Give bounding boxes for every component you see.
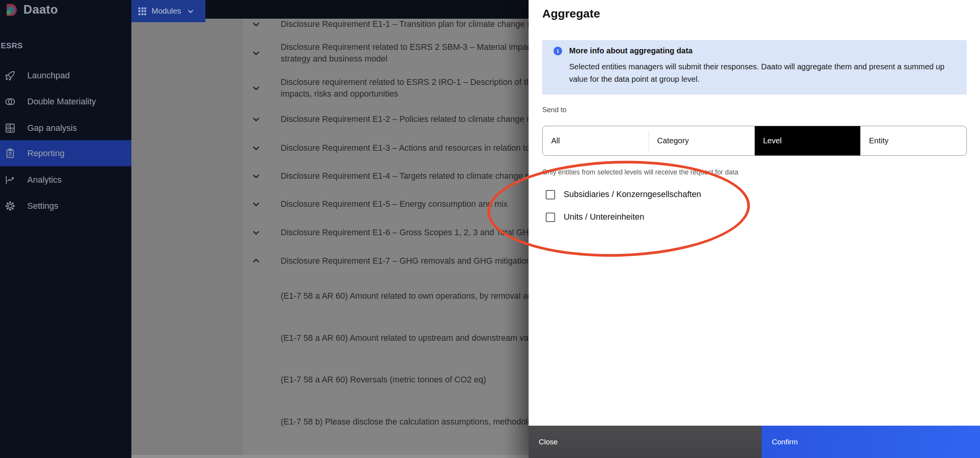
- sidebar-item-analytics[interactable]: Analytics: [0, 167, 131, 193]
- panel-shadow: [502, 0, 529, 458]
- chevron-down-icon[interactable]: [251, 19, 261, 29]
- sidebar-item-label: Settings: [27, 201, 58, 211]
- list-item[interactable]: Disclosure Requirement E1-5 – Energy con…: [242, 195, 529, 213]
- list-item[interactable]: Disclosure Requirement E1-3 – Actions an…: [242, 139, 529, 157]
- chevron-down-icon[interactable]: [251, 228, 261, 237]
- chevron-down-icon[interactable]: [251, 83, 261, 93]
- chevron-down-icon[interactable]: [251, 199, 261, 209]
- chevron-down-icon[interactable]: [251, 114, 261, 124]
- info-banner-body: Selected entities managers will submit t…: [569, 60, 951, 85]
- aggregate-modal: Aggregate i More info about aggregating …: [529, 0, 980, 458]
- close-button[interactable]: Close: [529, 426, 762, 458]
- sidebar-item-launchpad[interactable]: Launchpad: [0, 62, 131, 88]
- checkbox-label: Units / Untereinheiten: [564, 212, 644, 222]
- chevron-down-icon[interactable]: [251, 171, 261, 181]
- segment-all[interactable]: All: [543, 126, 649, 155]
- segment-category[interactable]: Category: [649, 126, 755, 155]
- chevron-down-icon: [187, 7, 195, 15]
- content-left-rail: [131, 19, 242, 458]
- send-to-label: Send to: [542, 106, 566, 114]
- list-item[interactable]: Disclosure Requirement E1-7 – GHG remova…: [242, 252, 529, 270]
- list-item[interactable]: (E1-7 58 b) Please disclose the calculat…: [242, 412, 529, 431]
- brand-logo-text: Daato: [23, 3, 58, 17]
- checkbox-row-subsidiaries[interactable]: Subsidiaries / Konzerngesellschaften: [546, 190, 701, 199]
- send-to-segmented-control: All Category Level Entity: [542, 126, 967, 156]
- brand-logo[interactable]: Daato: [6, 3, 58, 17]
- info-banner-title: More info about aggregating data: [569, 46, 693, 55]
- line-chart-icon: [5, 174, 16, 185]
- apps-grid-icon: [138, 7, 146, 15]
- clipboard-icon: [5, 148, 16, 159]
- segment-level[interactable]: Level: [755, 126, 861, 155]
- sidebar-item-double-materiality[interactable]: Double Materiality: [0, 88, 131, 114]
- list-item[interactable]: (E1-7 58 a AR 60) Amount related to upst…: [242, 329, 529, 347]
- segment-entity[interactable]: Entity: [860, 126, 966, 155]
- daato-logo-icon: [6, 4, 18, 16]
- chevron-down-icon[interactable]: [251, 143, 261, 153]
- modules-menu-button[interactable]: Modules: [131, 0, 205, 22]
- double-circles-icon: [5, 96, 16, 107]
- grid-quadrant-icon: [5, 123, 16, 134]
- modal-footer: Close Confirm: [529, 426, 980, 458]
- list-item[interactable]: Disclosure Requirement E1-2 – Policies r…: [242, 110, 529, 129]
- reporting-content-area: Disclosure Requirement E1-1 – Transition…: [131, 0, 529, 458]
- checkbox-row-units[interactable]: Units / Untereinheiten: [546, 212, 644, 222]
- sidebar-item-label: Gap analysis: [27, 123, 77, 133]
- sidebar-item-label: Launchpad: [27, 70, 70, 81]
- units-checkbox[interactable]: [546, 213, 555, 222]
- checkbox-label: Subsidiaries / Konzerngesellschaften: [564, 190, 701, 199]
- modules-label: Modules: [152, 7, 181, 16]
- list-item[interactable]: Disclosure requirement related to ESRS 2…: [242, 76, 529, 100]
- sidebar-item-gap-analysis[interactable]: Gap analysis: [0, 115, 131, 141]
- confirm-button[interactable]: Confirm: [762, 426, 980, 458]
- sidebar-item-label: Double Materiality: [27, 97, 96, 107]
- list-item[interactable]: Disclosure Requirement E1-4 – Targets re…: [242, 167, 529, 185]
- sidebar-item-reporting[interactable]: Reporting: [0, 140, 131, 166]
- list-item[interactable]: (E1-7 58 a AR 60) Amount related to own …: [242, 287, 529, 305]
- chevron-up-icon[interactable]: [251, 256, 261, 266]
- send-to-hint: Only entities from selected levels will …: [542, 168, 738, 176]
- list-item[interactable]: (E1-7 58 a AR 60) Reversals (metric tonn…: [242, 370, 529, 389]
- sidebar: Daato ESRS Launchpad Double Materiality: [0, 0, 131, 458]
- chevron-down-icon[interactable]: [251, 48, 261, 58]
- subsidiaries-checkbox[interactable]: [546, 190, 555, 199]
- gear-icon: [5, 201, 16, 211]
- sidebar-item-label: Analytics: [27, 175, 62, 185]
- info-banner: i More info about aggregating data Selec…: [542, 40, 967, 95]
- list-item[interactable]: Disclosure Requirement E1-6 – Gross Scop…: [242, 223, 529, 242]
- modal-title: Aggregate: [542, 7, 600, 20]
- workspace-label: ESRS: [1, 41, 23, 50]
- sidebar-item-settings[interactable]: Settings: [0, 193, 131, 219]
- sidebar-item-label: Reporting: [27, 148, 64, 159]
- info-icon: i: [554, 47, 562, 55]
- rocket-icon: [5, 70, 16, 81]
- horizontal-scrollbar[interactable]: [131, 455, 529, 458]
- list-item[interactable]: Disclosure Requirement related to ESRS 2…: [242, 41, 529, 65]
